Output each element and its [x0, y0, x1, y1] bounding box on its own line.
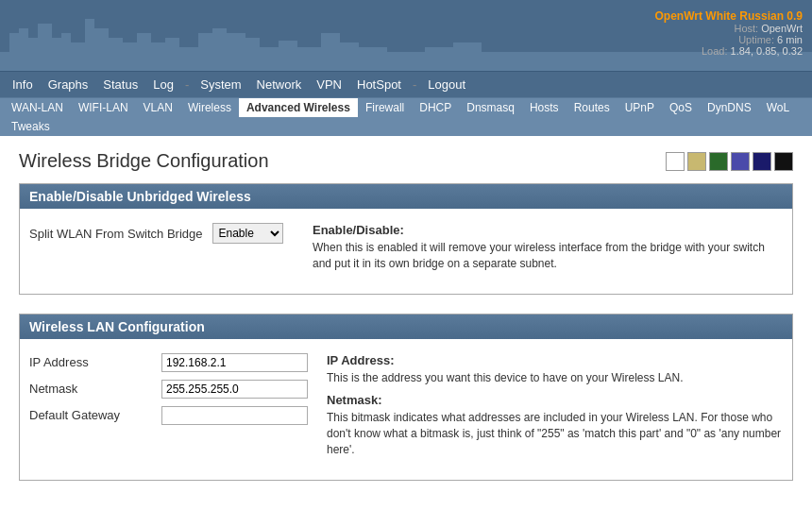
subnav-dhcp[interactable]: DHCP: [412, 98, 459, 117]
swatch-tan[interactable]: [687, 152, 706, 171]
color-swatches: [666, 152, 793, 171]
section-unbridged: Enable/Disable Unbridged Wireless Split …: [19, 183, 793, 295]
main-content: Wireless Bridge Configuration Enable/Dis…: [0, 136, 812, 510]
swatch-blue[interactable]: [731, 152, 750, 171]
help-text-unbridged: When this is enabled it will remove your…: [313, 240, 783, 272]
load-label: Load:: [702, 45, 728, 57]
load-value: 1.84, 0.85, 0.32: [731, 45, 803, 57]
header-banner: OpenWrt White Russian 0.9 Host: OpenWrt …: [0, 0, 812, 71]
page-title: Wireless Bridge Configuration: [19, 150, 269, 172]
netmask-row: Netmask: [29, 380, 308, 399]
swatch-white[interactable]: [666, 152, 685, 171]
form-unbridged: Split WLAN From Switch Bridge Enable Dis…: [29, 223, 294, 280]
nav-graphs[interactable]: Graphs: [41, 74, 96, 95]
subnav-routes[interactable]: Routes: [567, 98, 617, 117]
subnav-qos[interactable]: QoS: [662, 98, 700, 117]
ip-address-row: IP Address: [29, 353, 308, 372]
nav-log[interactable]: Log: [145, 74, 181, 95]
default-gateway-label: Default Gateway: [29, 408, 152, 422]
section-wireless-lan-header: Wireless LAN Configuration: [20, 314, 792, 339]
ip-address-input[interactable]: [161, 353, 308, 372]
header-info: OpenWrt White Russian 0.9 Host: OpenWrt …: [655, 9, 803, 57]
subnav-tweaks[interactable]: Tweaks: [4, 117, 58, 136]
section-wireless-lan-body: IP Address Netmask Default Gateway IP Ad…: [20, 339, 792, 480]
swatch-black[interactable]: [774, 152, 793, 171]
help-netmask-title: Netmask:: [327, 393, 783, 407]
subnav-hosts[interactable]: Hosts: [522, 98, 567, 117]
nav-vpn[interactable]: VPN: [309, 74, 349, 95]
netmask-input[interactable]: [161, 380, 308, 399]
section-wireless-lan: Wireless LAN Configuration IP Address Ne…: [19, 314, 793, 481]
main-nav: Info Graphs Status Log - System Network …: [0, 71, 812, 97]
help-ip-title: IP Address:: [327, 353, 783, 367]
nav-network[interactable]: Network: [249, 74, 310, 95]
split-wlan-label: Split WLAN From Switch Bridge: [29, 227, 203, 241]
default-gateway-row: Default Gateway: [29, 406, 308, 425]
sub-nav: WAN-LAN WIFI-LAN VLAN Wireless Advanced …: [0, 97, 812, 136]
subnav-upnp[interactable]: UPnP: [617, 98, 662, 117]
app-title: OpenWrt White Russian 0.9: [655, 9, 803, 23]
ip-address-label: IP Address: [29, 355, 152, 369]
subnav-dnsmasq[interactable]: Dnsmasq: [459, 98, 522, 117]
subnav-wol[interactable]: WoL: [759, 98, 797, 117]
default-gateway-input[interactable]: [161, 406, 308, 425]
subnav-wireless[interactable]: Wireless: [180, 98, 239, 117]
host-info: Host: OpenWrt: [655, 23, 803, 34]
form-wireless-lan: IP Address Netmask Default Gateway: [29, 353, 308, 466]
subnav-advanced-wireless[interactable]: Advanced Wireless: [239, 98, 358, 117]
help-netmask-text: This bitmask indicates what addresses ar…: [327, 410, 783, 457]
nav-logout[interactable]: Logout: [420, 74, 473, 95]
nav-system[interactable]: System: [193, 74, 248, 95]
subnav-firewall[interactable]: Firewall: [358, 98, 412, 117]
host-value: OpenWrt: [761, 23, 803, 34]
split-wlan-row: Split WLAN From Switch Bridge Enable Dis…: [29, 223, 294, 244]
uptime-info: Uptime: 6 min: [655, 34, 803, 45]
nav-sep-2: -: [409, 77, 420, 92]
nav-info[interactable]: Info: [5, 74, 41, 95]
page-title-area: Wireless Bridge Configuration: [19, 150, 793, 172]
load-info: Load: 1.84, 0.85, 0.32: [655, 45, 803, 57]
help-wireless-lan: IP Address: This is the address you want…: [327, 353, 783, 466]
section-unbridged-body: Split WLAN From Switch Bridge Enable Dis…: [20, 209, 792, 294]
subnav-wan-lan[interactable]: WAN-LAN: [4, 98, 71, 117]
host-label: Host:: [734, 23, 758, 34]
split-wlan-select[interactable]: Enable Disable: [212, 223, 283, 244]
nav-sep-1: -: [181, 77, 193, 92]
uptime-label: Uptime:: [738, 34, 774, 45]
nav-status[interactable]: Status: [95, 74, 145, 95]
netmask-label: Netmask: [29, 382, 152, 396]
swatch-green[interactable]: [709, 152, 728, 171]
subnav-dyndns[interactable]: DynDNS: [700, 98, 759, 117]
help-unbridged: Enable/Disable: When this is enabled it …: [313, 223, 783, 280]
subnav-wifi-lan[interactable]: WIFI-LAN: [71, 98, 136, 117]
section-unbridged-header: Enable/Disable Unbridged Wireless: [20, 184, 792, 209]
uptime-value: 6 min: [777, 34, 803, 45]
help-title-unbridged: Enable/Disable:: [313, 223, 783, 237]
help-ip-text: This is the address you want this device…: [327, 370, 783, 386]
nav-hotspot[interactable]: HotSpot: [349, 74, 409, 95]
swatch-dark-blue[interactable]: [753, 152, 771, 171]
subnav-vlan[interactable]: VLAN: [136, 98, 180, 117]
